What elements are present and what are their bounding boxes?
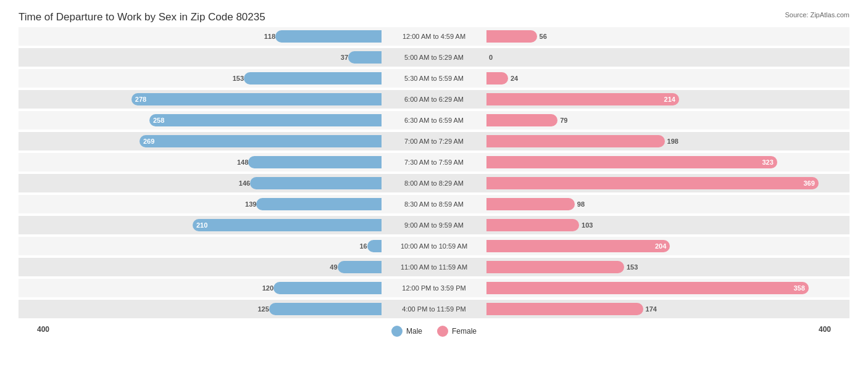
bar-male bbox=[131, 93, 382, 105]
male-value: 16 bbox=[350, 240, 367, 252]
male-value: 278 bbox=[135, 93, 146, 105]
time-label: 7:00 AM to 7:29 AM bbox=[382, 132, 486, 151]
bar-female bbox=[486, 114, 557, 126]
time-label: 7:30 AM to 7:59 AM bbox=[382, 153, 486, 171]
male-value: 146 bbox=[233, 177, 250, 189]
legend-female-box bbox=[437, 326, 448, 337]
axis-left: 400 bbox=[37, 325, 49, 334]
legend-male: Male bbox=[391, 326, 422, 337]
legend-female-label: Female bbox=[452, 327, 477, 336]
legend-male-label: Male bbox=[406, 327, 422, 336]
time-label: 4:00 PM to 11:59 PM bbox=[382, 300, 486, 318]
male-value: 153 bbox=[227, 72, 244, 85]
bar-female bbox=[486, 282, 809, 294]
bar-male bbox=[149, 114, 382, 126]
chart-container: Time of Departure to Work by Sex in Zip … bbox=[0, 0, 868, 367]
female-value: 98 bbox=[577, 198, 585, 210]
female-value: 103 bbox=[582, 219, 593, 231]
bar-female bbox=[486, 240, 670, 252]
bar-male bbox=[140, 135, 382, 147]
bar-male bbox=[250, 177, 382, 189]
bar-female bbox=[486, 219, 579, 231]
bar-male bbox=[348, 51, 382, 64]
chart-title: Time of Departure to Work by Sex in Zip … bbox=[19, 11, 849, 23]
bar-male bbox=[273, 282, 382, 294]
male-value: 139 bbox=[239, 198, 256, 210]
bar-female bbox=[486, 303, 643, 315]
male-value: 118 bbox=[258, 30, 275, 43]
female-value: 0 bbox=[489, 51, 493, 64]
bar-female bbox=[486, 261, 624, 273]
male-value: 269 bbox=[143, 135, 154, 147]
time-label: 10:00 AM to 10:59 AM bbox=[382, 237, 486, 255]
bar-female bbox=[486, 30, 537, 43]
bar-female bbox=[486, 135, 665, 147]
time-label: 11:00 AM to 11:59 AM bbox=[382, 258, 486, 276]
legend: Male Female bbox=[391, 326, 477, 337]
time-label: 9:00 AM to 9:59 AM bbox=[382, 216, 486, 234]
time-label: 8:00 AM to 8:29 AM bbox=[382, 174, 486, 192]
bar-male bbox=[338, 261, 382, 273]
male-value: 210 bbox=[196, 219, 207, 231]
male-value: 148 bbox=[231, 156, 248, 168]
female-value: 204 bbox=[649, 240, 666, 252]
time-label: 6:30 AM to 6:59 AM bbox=[382, 111, 486, 130]
female-value: 323 bbox=[756, 156, 774, 168]
legend-male-box bbox=[391, 326, 403, 337]
bar-female bbox=[486, 177, 819, 189]
source-label: Source: ZipAtlas.com bbox=[785, 11, 849, 19]
bar-female bbox=[486, 93, 679, 105]
bar-female bbox=[486, 156, 777, 168]
bar-male bbox=[244, 72, 382, 85]
female-value: 369 bbox=[798, 177, 815, 189]
female-value: 174 bbox=[646, 303, 657, 315]
female-value: 56 bbox=[540, 30, 547, 43]
male-value: 37 bbox=[331, 51, 348, 64]
female-value: 214 bbox=[658, 93, 675, 105]
time-label: 5:00 AM to 5:29 AM bbox=[382, 48, 486, 67]
bar-male bbox=[256, 198, 382, 210]
female-value: 198 bbox=[667, 135, 678, 147]
male-value: 125 bbox=[252, 303, 269, 315]
legend-female: Female bbox=[437, 326, 477, 337]
female-value: 358 bbox=[788, 282, 805, 294]
time-label: 12:00 AM to 4:59 AM bbox=[382, 27, 486, 46]
bar-male bbox=[193, 219, 382, 231]
male-value: 49 bbox=[320, 261, 338, 273]
female-value: 79 bbox=[560, 114, 567, 126]
male-value: 120 bbox=[256, 282, 273, 294]
female-value: 24 bbox=[511, 72, 518, 85]
axis-row: 400 Male Female 400 bbox=[19, 322, 849, 337]
bar-female bbox=[486, 198, 575, 210]
time-label: 12:00 PM to 3:59 PM bbox=[382, 279, 486, 297]
bar-male bbox=[269, 303, 382, 315]
bar-male bbox=[275, 30, 382, 43]
bar-male bbox=[367, 240, 382, 252]
female-value: 153 bbox=[627, 261, 638, 273]
bar-female bbox=[486, 72, 508, 85]
time-label: 8:30 AM to 8:59 AM bbox=[382, 195, 486, 213]
male-value: 258 bbox=[153, 114, 164, 126]
time-label: 5:30 AM to 5:59 AM bbox=[382, 69, 486, 88]
bar-male bbox=[248, 156, 382, 168]
time-label: 6:00 AM to 6:29 AM bbox=[382, 90, 486, 109]
axis-right: 400 bbox=[819, 325, 831, 334]
